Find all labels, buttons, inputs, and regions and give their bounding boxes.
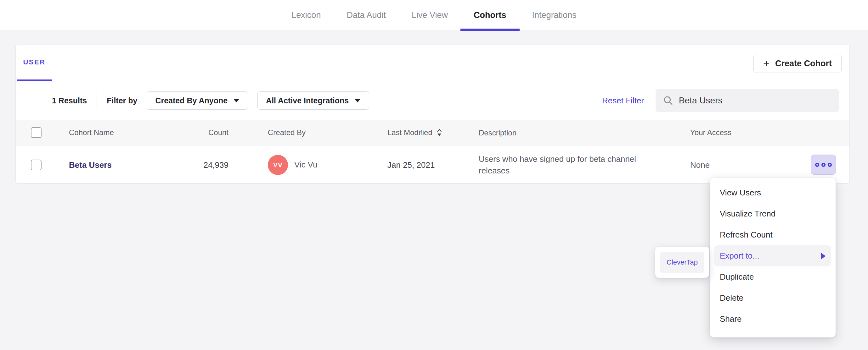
menu-item-export-to-label: Export to... xyxy=(720,251,760,261)
cohort-count: 24,939 xyxy=(167,160,228,170)
tabs-row: USER + Create Cohort xyxy=(16,45,849,81)
plus-icon: + xyxy=(763,58,770,69)
tab-user[interactable]: USER xyxy=(17,45,52,81)
nav-item-lexicon[interactable]: Lexicon xyxy=(291,0,321,31)
row-actions-button[interactable] xyxy=(811,154,836,175)
filter-bar: 1 Results Filter by Created By Anyone Al… xyxy=(16,81,849,120)
integrations-dropdown-value: All Active Integrations xyxy=(266,96,349,105)
row-context-menu: View Users Visualize Trend Refresh Count… xyxy=(710,178,836,338)
nav-item-integrations[interactable]: Integrations xyxy=(532,0,577,31)
description-cell: Users who have signed up for beta channe… xyxy=(479,153,657,177)
nav-item-data-audit[interactable]: Data Audit xyxy=(346,0,386,31)
created-by-dropdown-value: Created By Anyone xyxy=(155,96,227,105)
create-cohort-label: Create Cohort xyxy=(775,59,832,69)
creator-name: Vic Vu xyxy=(294,160,317,170)
nav-item-cohorts[interactable]: Cohorts xyxy=(474,0,506,31)
cohort-name-link[interactable]: Beta Users xyxy=(69,160,112,170)
created-by-cell: VV Vic Vu xyxy=(268,155,317,175)
ellipsis-icon xyxy=(815,163,819,167)
menu-item-share[interactable]: Share xyxy=(710,309,836,329)
menu-item-delete[interactable]: Delete xyxy=(710,287,836,309)
integrations-dropdown[interactable]: All Active Integrations xyxy=(257,92,369,110)
ellipsis-icon xyxy=(822,163,826,167)
create-cohort-button[interactable]: + Create Cohort xyxy=(753,54,842,73)
column-last-modified[interactable]: Last Modified xyxy=(388,128,442,137)
your-access-cell: None xyxy=(690,160,710,170)
chevron-down-icon xyxy=(233,99,240,102)
avatar: VV xyxy=(268,155,288,175)
select-all-checkbox[interactable] xyxy=(31,127,41,138)
submenu-item-clevertap[interactable]: CleverTap xyxy=(660,252,704,273)
row-checkbox[interactable] xyxy=(31,160,41,170)
column-description: Description xyxy=(479,127,657,138)
cohorts-screen: Lexicon Data Audit Live View Cohorts Int… xyxy=(0,0,868,350)
cohorts-card: USER + Create Cohort 1 Results Filter by… xyxy=(16,45,850,183)
menu-item-refresh-count[interactable]: Refresh Count xyxy=(710,224,836,245)
menu-item-visualize-trend[interactable]: Visualize Trend xyxy=(710,203,836,224)
submenu-arrow-icon xyxy=(821,253,826,259)
top-nav: Lexicon Data Audit Live View Cohorts Int… xyxy=(0,0,868,31)
export-submenu: CleverTap xyxy=(655,247,709,278)
results-count: 1 Results xyxy=(52,96,87,105)
ellipsis-icon xyxy=(828,163,832,167)
nav-item-live-view[interactable]: Live View xyxy=(412,0,448,31)
sort-icon xyxy=(436,128,442,137)
column-created-by: Created By xyxy=(268,128,306,137)
menu-item-duplicate[interactable]: Duplicate xyxy=(710,267,836,287)
column-count: Count xyxy=(167,128,228,137)
search-icon xyxy=(663,96,673,106)
divider xyxy=(97,93,97,108)
search-input[interactable] xyxy=(679,96,832,106)
filter-by-label: Filter by xyxy=(107,96,137,105)
last-modified-cell: Jan 25, 2021 xyxy=(388,160,435,170)
chevron-down-icon xyxy=(354,99,361,102)
column-cohort-name: Cohort Name xyxy=(69,128,114,137)
reset-filter-link[interactable]: Reset Filter xyxy=(602,96,644,106)
table-header: Cohort Name Count Created By Last Modifi… xyxy=(16,120,849,145)
created-by-dropdown[interactable]: Created By Anyone xyxy=(147,92,248,110)
search-box[interactable] xyxy=(656,89,839,112)
column-your-access: Your Access xyxy=(690,128,732,137)
column-last-modified-label: Last Modified xyxy=(388,128,432,137)
menu-item-view-users[interactable]: View Users xyxy=(710,182,836,203)
menu-item-export-to[interactable]: Export to... xyxy=(714,245,831,267)
